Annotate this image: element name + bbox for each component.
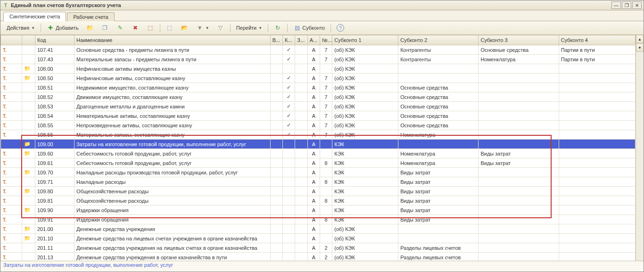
cell[interactable]: T. [1,253,22,261]
cell[interactable]: 7 [320,92,332,102]
cell[interactable]: КЭК [332,206,398,215]
col-z[interactable]: З... [295,35,307,45]
cell[interactable] [479,224,559,234]
cell[interactable]: Недвижимое имущество, составляющее казну [74,83,271,92]
cell[interactable] [22,111,35,121]
cell[interactable] [320,206,332,215]
cell[interactable]: (об) КЭК [332,92,398,102]
cell[interactable] [22,45,35,55]
cell[interactable] [295,55,307,64]
cell[interactable]: Движимое имущество, составляющее казну [74,92,271,102]
cell[interactable] [295,111,307,121]
cell[interactable] [559,92,635,102]
cell[interactable] [559,102,635,111]
cell[interactable] [295,177,307,187]
actions-menu[interactable]: Действия▼ [3,23,38,33]
table-row[interactable]: T.108.51Недвижимое имущество, составляющ… [1,83,636,92]
cell[interactable]: (об) КЭК [332,224,398,234]
cell[interactable]: А [307,206,320,215]
cell[interactable]: 7 [320,102,332,111]
cell[interactable]: 201.10 [35,234,74,243]
cell[interactable] [295,234,307,243]
cell[interactable]: А [307,177,320,187]
cell[interactable]: Издержки обращения [74,206,271,215]
cell[interactable] [295,168,307,177]
delete-button[interactable]: ✖ [128,23,142,33]
col-name[interactable]: Наименование [74,35,271,45]
col-s1[interactable]: Субконто 1 [332,35,398,45]
cell[interactable]: 109.00 [35,140,74,149]
cell[interactable]: T. [1,224,22,234]
cell[interactable]: T. [1,55,22,64]
cell[interactable] [398,140,479,149]
cell[interactable] [282,253,295,261]
cell[interactable]: А [307,55,320,64]
col-k[interactable]: К... [282,35,295,45]
cell[interactable]: 📁 [22,74,35,83]
cell[interactable]: 109.70 [35,168,74,177]
cell[interactable]: 8 [320,196,332,206]
cell[interactable] [270,45,282,55]
cell[interactable] [270,92,282,102]
help-button[interactable]: ? [333,23,347,33]
cell[interactable]: T. [1,130,22,140]
cell[interactable]: А [307,92,320,102]
accounts-table[interactable]: Код Наименование В... К... З... А... №..… [0,35,636,261]
mark-button[interactable]: ⬚ [143,23,157,33]
cell[interactable] [559,149,635,158]
cell[interactable] [22,102,35,111]
cell[interactable] [559,224,635,234]
cell[interactable] [559,168,635,177]
cell[interactable]: Виды затрат [398,196,479,206]
add-folder-button[interactable]: 📁 [83,23,97,33]
close-button[interactable]: ✕ [632,1,642,9]
cell[interactable]: Основные средства [398,111,479,121]
table-row[interactable]: T.109.71Накладные расходыА8КЭКВиды затра… [1,177,636,187]
filter1-button[interactable]: ▼▼ [193,23,213,33]
cell[interactable]: А [307,130,320,140]
cell[interactable]: (об) КЭК [332,234,398,243]
cell[interactable]: 109.71 [35,177,74,187]
cell[interactable]: КЭК [332,177,398,187]
cell[interactable] [22,177,35,187]
table-row[interactable]: T.📁108.00Нефинансовые активы имущества к… [1,64,636,74]
cell[interactable]: 8 [320,177,332,187]
cell[interactable]: Партии в пути [559,45,635,55]
table-row[interactable]: T.📁109.90Издержки обращенияАКЭКВиды затр… [1,206,636,215]
cell[interactable]: 109.80 [35,187,74,196]
cell[interactable] [295,121,307,130]
cell[interactable] [22,253,35,261]
cell[interactable] [295,102,307,111]
cell[interactable] [295,45,307,55]
cell[interactable] [282,168,295,177]
scroll-up[interactable]: ▲ [636,35,644,43]
cell[interactable]: 201.11 [35,243,74,253]
cell[interactable]: КЭК [332,140,398,149]
cell[interactable] [22,121,35,130]
cell[interactable] [270,111,282,121]
cell[interactable] [320,64,332,74]
table-row[interactable]: T.📁201.00Денежные средства учрежденияА(о… [1,224,636,234]
cell[interactable]: T. [1,45,22,55]
cell[interactable] [270,234,282,243]
cell[interactable]: 108.51 [35,83,74,92]
col-s4[interactable]: Субконто 4 [559,35,635,45]
cell[interactable]: Виды затрат [398,177,479,187]
cell[interactable]: А [307,215,320,224]
cell[interactable] [270,187,282,196]
cell[interactable]: Нематериальные активы, составляющие казн… [74,111,271,121]
cell[interactable]: 2 [320,243,332,253]
cell[interactable]: 7 [320,111,332,121]
cell[interactable]: Контрагенты [398,55,479,64]
cell[interactable] [479,177,559,187]
cell[interactable] [320,149,332,158]
cell[interactable]: (об) КЭК [332,253,398,261]
cell[interactable] [295,206,307,215]
cell[interactable] [270,158,282,168]
table-row[interactable]: T.107.43Материальные запасы - предметы л… [1,55,636,64]
cell[interactable] [270,130,282,140]
cell[interactable] [295,158,307,168]
cell[interactable]: ✓ [282,111,295,121]
cell[interactable]: Непроизведенные активы, составляющие каз… [74,121,271,130]
cell[interactable]: (об) КЭК [332,55,398,64]
